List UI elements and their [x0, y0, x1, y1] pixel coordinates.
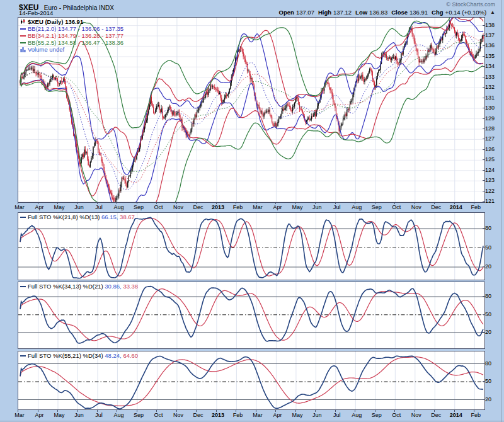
copyright-label: © StockCharts.com — [446, 1, 495, 8]
month-label: Aug — [352, 412, 362, 418]
high-label: High — [318, 9, 331, 16]
month-label: 2014 — [450, 412, 462, 418]
month-label: Oct — [154, 204, 163, 210]
right-edge-divider — [501, 0, 501, 422]
price-panel: $XEU (Daily) 136.91BB(21,2.0) 134.77 - 1… — [18, 17, 485, 203]
price-tick-label: 122 — [485, 188, 495, 194]
price-tick-label: 126 — [485, 146, 495, 152]
legend-item-3: BB(55,2.5) 134.58 - 136.47 - 138.36 — [20, 39, 123, 46]
stochastic-tick-label: 20 — [485, 263, 491, 270]
month-label: Mar — [253, 412, 263, 418]
month-label: Aug — [113, 412, 123, 418]
stochastic-tick-label: 80 — [485, 293, 491, 299]
stochastic-name: Full STO %K(55,21) %D(34) — [28, 352, 105, 359]
stochastic-name: Full STO %K(34,13) %D(21) — [28, 283, 105, 290]
legend-text: BB(34,2.1) 134.79 - 136.28 - 137.77 — [28, 32, 123, 39]
month-label: Jun — [312, 412, 322, 418]
stochastic-plot-2 — [18, 282, 484, 348]
stochastic-legend-2: Full STO %K(34,13) %D(21) 30.86, 33.38 — [20, 283, 138, 290]
month-label: Jun — [312, 204, 322, 210]
month-label: Sep — [134, 204, 144, 210]
legend-item-1: BB(21,2.0) 134.77 - 136.06 - 137.35 — [20, 25, 123, 32]
month-label: Dec — [431, 204, 441, 210]
line-swatch-icon — [20, 286, 26, 287]
stochastic-legend-3: Full STO %K(55,21) %D(34) 48.24, 64.60 — [20, 352, 138, 359]
stochastic-d-value: 33.38 — [123, 283, 138, 290]
stochastic-k-value: 30.86, — [105, 283, 123, 290]
stochastic-legend-1: Full STO %K(21,8) %D(13) 66.15, 38.67 — [20, 214, 135, 220]
line-swatch-icon — [20, 42, 26, 43]
stochastic-1-y-axis: 805020 — [485, 212, 503, 279]
month-label: Nov — [173, 412, 183, 418]
stochastic-d-value: 64.60 — [123, 352, 138, 359]
price-tick-label: 121 — [485, 198, 495, 204]
price-tick-label: 132 — [485, 84, 495, 90]
stochastic-plot-3 — [18, 351, 484, 409]
legend-item-2: BB(34,2.1) 134.79 - 136.28 - 137.77 — [20, 32, 123, 39]
month-label: Feb — [471, 412, 481, 418]
stochastic-tick-label: 20 — [485, 329, 491, 335]
price-tick-label: 123 — [485, 177, 495, 183]
ticker-description: Euro - Philadelphia INDX — [44, 4, 114, 11]
open-value: 137.07 — [296, 9, 314, 16]
stochastic-k-value: 66.15, — [101, 214, 120, 220]
month-label: 2013 — [212, 204, 224, 210]
stochastic-k-value: 48.24, — [105, 352, 123, 359]
candlestick-icon — [20, 19, 26, 25]
month-label: Apr — [35, 412, 43, 418]
stochastic-tick-label: 50 — [485, 378, 491, 384]
chg-label: Chg — [432, 9, 443, 16]
stochastic-d-value: 38.67 — [120, 214, 135, 220]
stochastic-tick-label: 50 — [485, 244, 491, 251]
chg-value: +0.14 (+0.10%) — [445, 9, 487, 16]
stochastic-panel-1: Full STO %K(21,8) %D(13) 66.15, 38.67 — [18, 212, 485, 280]
price-tick-label: 127 — [485, 135, 495, 142]
stochastic-tick-label: 50 — [485, 311, 491, 317]
month-label: Sep — [372, 204, 382, 210]
month-label: Nov — [411, 412, 421, 418]
month-label: Nov — [173, 204, 183, 210]
price-legend: $XEU (Daily) 136.91BB(21,2.0) 134.77 - 1… — [20, 18, 123, 53]
legend-item-0: $XEU (Daily) 136.91 — [20, 18, 123, 25]
month-label: May — [292, 204, 302, 210]
stochastic-tick-label: 80 — [485, 225, 491, 231]
price-tick-label: 134 — [485, 63, 495, 69]
ohlc-quote-bar: Open137.07High137.12Low136.83Close136.91… — [279, 9, 495, 16]
month-label: May — [54, 204, 64, 210]
legend-item-4: Volume undef — [20, 46, 123, 53]
month-label: Sep — [134, 412, 144, 418]
stochastic-3-y-axis: 805020 — [485, 351, 503, 409]
price-tick-label: 133 — [485, 74, 495, 80]
line-swatch-icon — [20, 217, 26, 218]
month-label: Jun — [74, 204, 84, 210]
chart-date: 14-Feb-2014 — [19, 9, 53, 16]
month-label: 2013 — [212, 412, 224, 418]
month-label: Oct — [392, 204, 401, 210]
close-value: 136.91 — [410, 9, 428, 16]
price-tick-label: 124 — [485, 167, 495, 173]
price-tick-label: 138 — [485, 22, 495, 28]
month-axis-bottom: MarAprMayJunJulAugSepOctNovDec2013FebMar… — [18, 410, 484, 420]
month-label: Jul — [333, 204, 341, 210]
price-y-axis: 1381371361351341331321311301291281271261… — [485, 17, 503, 202]
high-value: 137.12 — [333, 9, 352, 16]
month-label: Aug — [113, 204, 123, 210]
line-swatch-icon — [20, 35, 26, 37]
price-tick-label: 135 — [485, 53, 495, 59]
month-label: Mar — [14, 412, 25, 418]
month-label: Dec — [431, 412, 441, 418]
open-label: Open — [279, 9, 294, 16]
month-label: Feb — [471, 204, 481, 210]
stockcharts-chart: $XEU Euro - Philadelphia INDX © StockCha… — [0, 0, 504, 422]
month-label: May — [54, 412, 64, 418]
month-label: Jun — [74, 412, 84, 418]
month-label: Sep — [372, 412, 382, 418]
month-label: Nov — [411, 204, 421, 210]
price-tick-label: 136 — [485, 42, 495, 48]
month-label: Jul — [95, 412, 103, 418]
low-value: 136.83 — [369, 9, 387, 16]
month-label: Mar — [14, 204, 25, 210]
month-label: Oct — [154, 412, 163, 418]
month-label: Feb — [233, 204, 243, 210]
price-tick-label: 128 — [485, 125, 495, 132]
